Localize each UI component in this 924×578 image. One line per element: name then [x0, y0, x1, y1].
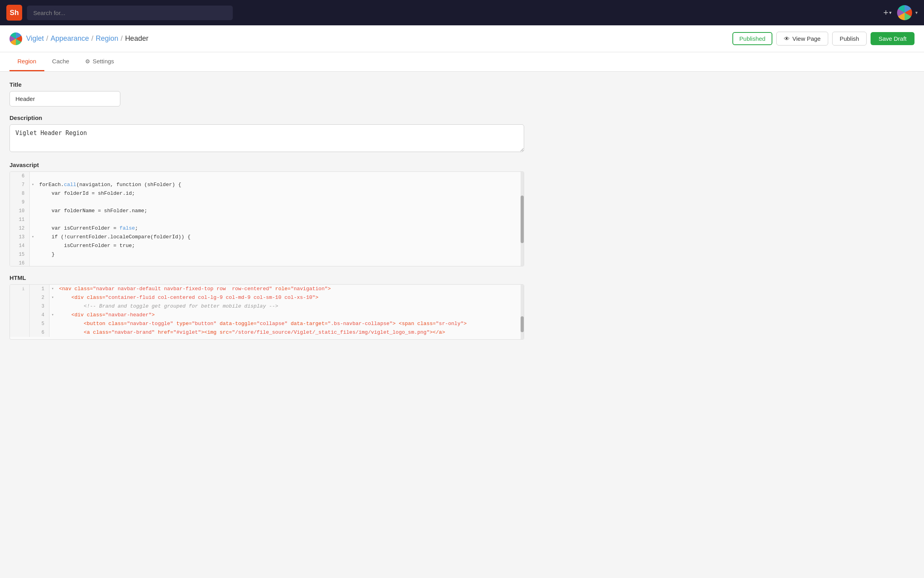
description-textarea[interactable]: Viglet Header Region: [10, 124, 524, 152]
topbar-actions: + ▾ ▾: [881, 5, 918, 20]
javascript-editor[interactable]: 6 7 ▾ forEach.call(navigation, function …: [10, 171, 524, 266]
code-line: 10 var folderName = shFolder.name;: [10, 207, 524, 215]
add-button[interactable]: + ▾: [881, 6, 894, 19]
breadcrumb-sep-1: /: [46, 34, 48, 43]
topbar: Sh + ▾ ▾: [0, 0, 924, 25]
breadcrumb-current: Header: [125, 34, 148, 43]
viglet-logo: [10, 32, 22, 45]
publish-button[interactable]: Publish: [832, 32, 867, 46]
header-actions: Published 👁 View Page Publish Save Draft: [732, 32, 914, 46]
description-label: Description: [10, 114, 914, 121]
tab-region[interactable]: Region: [10, 52, 44, 71]
code-line: i 6 <a class="navbar-brand" href="#vigle…: [10, 328, 524, 337]
breadcrumb-appearance[interactable]: Appearance: [51, 34, 89, 43]
description-section: Description Viglet Header Region: [10, 114, 914, 154]
code-line: 13 ▾ if (!currentFolder.localeCompare(fo…: [10, 233, 524, 241]
tab-settings[interactable]: ⚙ Settings: [77, 52, 122, 71]
avatar-chevron[interactable]: ▾: [915, 10, 918, 15]
search-input[interactable]: [27, 6, 233, 20]
code-line: 6: [10, 172, 524, 181]
tab-settings-label: Settings: [93, 58, 114, 65]
title-label: Title: [10, 81, 914, 88]
eye-icon: 👁: [784, 35, 790, 42]
code-line: i 5 <button class="navbar-toggle" type="…: [10, 319, 524, 328]
code-line: 7 ▾ forEach.call(navigation, function (s…: [10, 181, 524, 189]
html-title: HTML: [10, 274, 914, 281]
code-line: 9: [10, 198, 524, 207]
code-line: 8 var folderId = shFolder.id;: [10, 189, 524, 198]
code-line: 12 var isCurrentFolder = false;: [10, 224, 524, 233]
breadcrumb-region[interactable]: Region: [96, 34, 118, 43]
app-logo[interactable]: Sh: [6, 5, 22, 21]
published-badge: Published: [732, 32, 773, 45]
settings-icon: ⚙: [85, 58, 90, 65]
code-line: 14 isCurrentFolder = true;: [10, 241, 524, 250]
html-section: HTML i 1 ▾ <nav class="navbar navbar-def…: [10, 274, 914, 340]
code-line: i 2 ▾ <div class="container-fluid col-ce…: [10, 293, 524, 302]
title-input[interactable]: [10, 91, 120, 106]
avatar[interactable]: [897, 5, 912, 20]
tab-cache-label: Cache: [52, 58, 69, 65]
save-draft-button[interactable]: Save Draft: [871, 32, 914, 45]
tab-cache[interactable]: Cache: [44, 52, 77, 71]
javascript-section: Javascript 6 7 ▾ forEach.call(navigation…: [10, 162, 914, 266]
tabs-bar: Region Cache ⚙ Settings: [0, 52, 924, 72]
scrollbar-track[interactable]: [521, 172, 524, 266]
javascript-title: Javascript: [10, 162, 914, 168]
tab-region-label: Region: [17, 58, 36, 65]
breadcrumb: Viglet / Appearance / Region / Header: [10, 32, 148, 45]
breadcrumb-sep-2: /: [91, 34, 93, 43]
breadcrumb-viglet[interactable]: Viglet: [26, 34, 44, 43]
code-line: 11: [10, 215, 524, 224]
main-content: Title Description Viglet Header Region J…: [0, 72, 924, 570]
page-header: Viglet / Appearance / Region / Header Pu…: [0, 25, 924, 52]
html-scrollbar-thumb[interactable]: [521, 316, 524, 332]
html-editor[interactable]: i 1 ▾ <nav class="navbar navbar-default …: [10, 284, 524, 340]
scrollbar-thumb[interactable]: [521, 196, 524, 243]
html-scrollbar-track[interactable]: [521, 285, 524, 339]
code-line: i 1 ▾ <nav class="navbar navbar-default …: [10, 285, 524, 293]
code-line: i 4 ▾ <div class="navbar-header">: [10, 311, 524, 319]
view-page-button[interactable]: 👁 View Page: [776, 32, 828, 46]
code-line: i 3 <!-- Brand and toggle get grouped fo…: [10, 302, 524, 311]
code-line: 15 }: [10, 250, 524, 259]
code-line: 16: [10, 259, 524, 266]
title-section: Title: [10, 81, 914, 106]
breadcrumb-sep-3: /: [121, 34, 123, 43]
